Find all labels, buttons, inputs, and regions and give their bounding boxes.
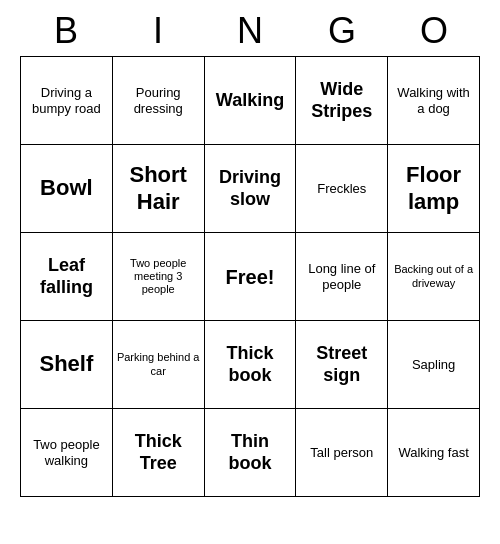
bingo-cell-12: Free! [205, 233, 297, 321]
bingo-cell-13: Long line of people [296, 233, 388, 321]
bingo-letter-o: O [390, 10, 478, 52]
bingo-letter-g: G [298, 10, 386, 52]
bingo-cell-9: Floor lamp [388, 145, 480, 233]
bingo-cell-17: Thick book [205, 321, 297, 409]
bingo-cell-0: Driving a bumpy road [21, 57, 113, 145]
bingo-cell-10: Leaf falling [21, 233, 113, 321]
bingo-letter-b: B [22, 10, 110, 52]
bingo-cell-1: Pouring dressing [113, 57, 205, 145]
bingo-cell-7: Driving slow [205, 145, 297, 233]
bingo-cell-14: Backing out of a driveway [388, 233, 480, 321]
bingo-cell-5: Bowl [21, 145, 113, 233]
bingo-letter-n: N [206, 10, 294, 52]
bingo-cell-23: Tall person [296, 409, 388, 497]
bingo-cell-11: Two people meeting 3 people [113, 233, 205, 321]
bingo-cell-8: Freckles [296, 145, 388, 233]
bingo-cell-18: Street sign [296, 321, 388, 409]
bingo-cell-24: Walking fast [388, 409, 480, 497]
bingo-cell-21: Thick Tree [113, 409, 205, 497]
bingo-cell-6: Short Hair [113, 145, 205, 233]
bingo-cell-20: Two people walking [21, 409, 113, 497]
bingo-cell-16: Parking behind a car [113, 321, 205, 409]
bingo-cell-19: Sapling [388, 321, 480, 409]
bingo-cell-3: Wide Stripes [296, 57, 388, 145]
bingo-grid: Driving a bumpy roadPouring dressingWalk… [20, 56, 480, 497]
bingo-letter-i: I [114, 10, 202, 52]
bingo-cell-4: Walking with a dog [388, 57, 480, 145]
bingo-cell-15: Shelf [21, 321, 113, 409]
bingo-cell-22: Thin book [205, 409, 297, 497]
bingo-cell-2: Walking [205, 57, 297, 145]
bingo-header: BINGO [20, 10, 480, 52]
